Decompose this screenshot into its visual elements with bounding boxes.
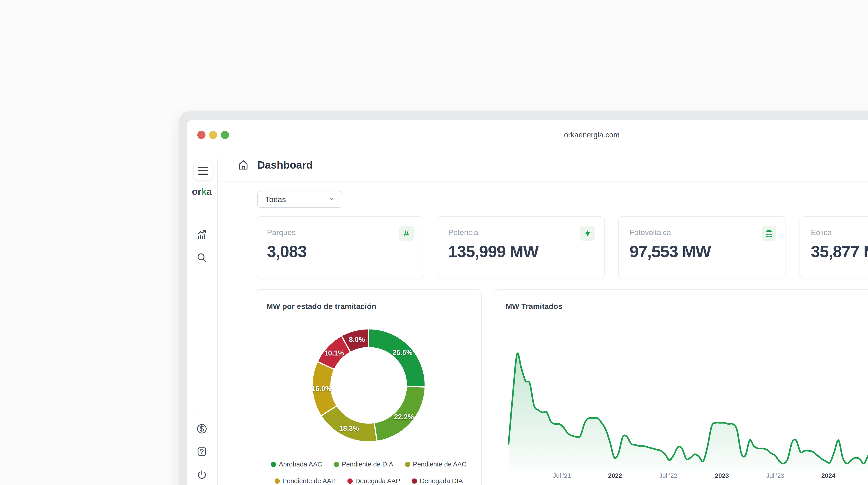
donut-slice-label: 18.3%	[339, 424, 359, 432]
kpi-card-parques: Parques 3,083 #	[256, 216, 423, 278]
page-title: Dashboard	[257, 159, 313, 171]
sidebar-item-billing[interactable]	[196, 423, 208, 434]
legend-label: Denegada DIA	[420, 477, 463, 485]
donut-slice-aprobada-aac[interactable]	[369, 329, 425, 387]
orka-logo: orka	[191, 186, 213, 197]
donut-slice-label: 25.5%	[393, 349, 412, 356]
legend-item-pendiente-de-aap[interactable]: Pendiente de AAP	[275, 477, 336, 485]
mw-tramitados-chart[interactable]: Jul '212022Jul '222023Jul '232024	[495, 289, 868, 485]
kpi-value: 35,877 MW	[811, 242, 868, 261]
x-axis-tick-label: Jul '22	[659, 472, 677, 479]
power-icon	[196, 469, 207, 480]
kpi-card-fotovoltaica: Fotovoltaica 97,553 MW	[618, 216, 786, 278]
kpi-card-potencia: Potencia 135,999 MW	[437, 216, 604, 278]
kpi-label: Eólica	[811, 228, 832, 237]
portfolio-filter-select[interactable]: Todas	[257, 191, 342, 208]
dollar-icon	[196, 423, 207, 434]
search-icon	[196, 252, 207, 263]
kpi-label: Parques	[267, 228, 296, 237]
x-axis-tick-label: Jul '21	[553, 472, 571, 479]
legend-label: Pendiente de AAC	[413, 461, 467, 468]
select-value: Todas	[266, 195, 328, 204]
x-axis-tick-label: 2024	[822, 472, 836, 479]
legend-item-aprobada-aac[interactable]: Aprobada AAC	[271, 461, 322, 468]
home-icon[interactable]	[238, 159, 249, 171]
header-divider	[217, 181, 868, 182]
donut-legend-row-1: Aprobada AACPendiente de DIAPendiente de…	[256, 460, 482, 468]
donut-slice-label: 16.0%	[312, 385, 332, 393]
maximize-button[interactable]	[221, 131, 229, 139]
donut-slice-label: 22.2%	[394, 413, 414, 421]
kpi-value: 97,553 MW	[629, 242, 711, 261]
legend-dot	[275, 479, 280, 484]
legend-dot	[412, 479, 417, 484]
sidebar-separator	[193, 412, 203, 412]
bar-chart-icon	[196, 230, 207, 240]
kpi-value: 3,083	[267, 242, 307, 261]
donut-chart[interactable]: 25.5%22.2%18.3%16.0%10.1%8.0%	[256, 289, 482, 485]
kpi-label: Fotovoltaica	[629, 228, 671, 237]
lightning-icon	[580, 226, 595, 241]
legend-label: Pendiente de DIA	[342, 461, 393, 468]
sidebar-item-help[interactable]	[196, 446, 208, 457]
sidebar-item-logout[interactable]	[196, 469, 208, 480]
legend-item-denegada-dia[interactable]: Denegada DIA	[412, 477, 463, 485]
chevron-down-icon	[328, 195, 335, 203]
sidebar-divider	[217, 159, 218, 485]
legend-item-denegada-aap[interactable]: Denegada AAP	[347, 477, 400, 485]
kpi-card-eolica: Eólica 35,877 MW	[800, 216, 868, 278]
minimize-button[interactable]	[209, 131, 217, 139]
menu-button[interactable]	[193, 161, 213, 180]
menu-icon	[198, 167, 208, 168]
legend-label: Pendiente de AAP	[283, 477, 336, 485]
donut-legend-row-2: Pendiente de AAPDenegada AAPDenegada DIA	[256, 477, 482, 485]
legend-item-pendiente-de-aac[interactable]: Pendiente de AAC	[405, 461, 467, 468]
sidebar-item-search[interactable]	[196, 252, 208, 263]
close-button[interactable]	[197, 131, 206, 139]
kpi-value: 135,999 MW	[448, 242, 538, 261]
sidebar-item-analytics[interactable]	[196, 229, 208, 241]
legend-label: Denegada AAP	[355, 477, 400, 485]
legend-label: Aprobada AAC	[279, 461, 322, 468]
solar-panel-icon	[762, 226, 776, 241]
donut-slice-label: 10.1%	[324, 349, 344, 357]
donut-slice-label: 8.0%	[349, 335, 365, 344]
address-bar-url: orkaenergia.com	[501, 131, 682, 139]
legend-dot	[405, 462, 410, 467]
hash-icon: #	[399, 226, 414, 241]
donut-slice-pendiente-de-aac[interactable]	[321, 406, 377, 442]
kpi-label: Potencia	[448, 228, 478, 237]
x-axis-tick-label: 2022	[608, 472, 622, 479]
help-icon	[196, 446, 207, 457]
x-axis-tick-label: Jul '23	[766, 472, 784, 479]
legend-dot	[347, 479, 352, 484]
legend-dot	[271, 462, 276, 467]
x-axis-tick-label: 2023	[715, 472, 729, 479]
legend-item-pendiente-de-dia[interactable]: Pendiente de DIA	[334, 461, 393, 468]
legend-dot	[334, 462, 339, 467]
